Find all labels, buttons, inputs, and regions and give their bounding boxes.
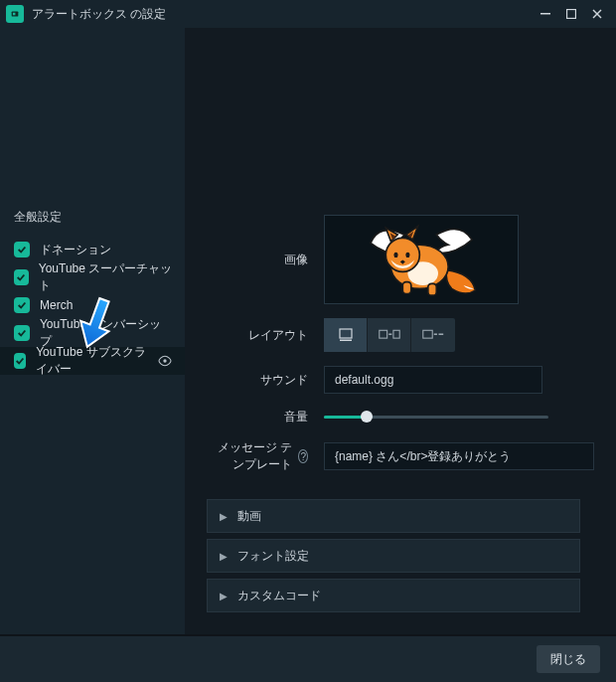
accordion-font[interactable]: ▶ フォント設定 bbox=[207, 539, 580, 573]
svg-rect-18 bbox=[392, 330, 398, 338]
message-template-input[interactable] bbox=[324, 442, 594, 470]
close-button[interactable] bbox=[584, 2, 610, 26]
template-label: メッセージ テンプレート bbox=[207, 439, 292, 473]
layout-option-right[interactable] bbox=[411, 318, 455, 352]
layout-selector bbox=[324, 318, 455, 352]
svg-rect-19 bbox=[423, 330, 432, 338]
layout-label: レイアウト bbox=[207, 327, 324, 344]
dialog-footer: 閉じる bbox=[0, 636, 616, 682]
sidebar-item-merch[interactable]: Merch bbox=[0, 291, 185, 319]
sidebar-item-label: YouTube サブスクライバー bbox=[36, 344, 147, 378]
sidebar-item-label: YouTube スーパーチャット bbox=[39, 260, 173, 294]
layout-option-side[interactable] bbox=[368, 318, 411, 352]
checkbox-icon[interactable] bbox=[14, 325, 30, 341]
image-label: 画像 bbox=[207, 252, 324, 268]
svg-point-6 bbox=[163, 359, 166, 362]
accordion-custom-code[interactable]: ▶ カスタムコード bbox=[207, 579, 580, 612]
sidebar-item-label: Merch bbox=[40, 298, 73, 312]
chevron-right-icon: ▶ bbox=[220, 591, 228, 601]
layout-option-top[interactable] bbox=[324, 318, 368, 352]
sidebar: 全般設定 ドネーション YouTube スーパーチャット Merch YouTu… bbox=[0, 28, 185, 634]
close-dialog-button[interactable]: 閉じる bbox=[537, 645, 600, 673]
svg-point-12 bbox=[393, 252, 397, 256]
help-icon[interactable]: ? bbox=[298, 449, 308, 463]
accordion-video[interactable]: ▶ 動画 bbox=[207, 499, 580, 533]
sidebar-item-donation[interactable]: ドネーション bbox=[0, 236, 185, 263]
svg-rect-20 bbox=[434, 333, 437, 335]
minimize-button[interactable] bbox=[533, 2, 558, 26]
window-title: アラートボックス の設定 bbox=[32, 6, 533, 23]
svg-rect-9 bbox=[402, 281, 411, 293]
app-icon bbox=[6, 5, 24, 23]
svg-rect-10 bbox=[428, 283, 437, 295]
checkbox-icon[interactable] bbox=[14, 353, 26, 369]
alert-image-well[interactable] bbox=[324, 215, 519, 304]
sidebar-item-youtube-subscriber[interactable]: YouTube サブスクライバー bbox=[0, 347, 185, 375]
svg-rect-17 bbox=[388, 333, 391, 335]
title-bar: アラートボックス の設定 bbox=[0, 0, 616, 28]
sidebar-heading: 全般設定 bbox=[0, 199, 185, 236]
svg-rect-1 bbox=[13, 13, 15, 16]
accordion-label: フォント設定 bbox=[237, 548, 309, 565]
checkbox-icon[interactable] bbox=[14, 242, 30, 257]
sidebar-item-youtube-superchat[interactable]: YouTube スーパーチャット bbox=[0, 263, 185, 291]
accordion-label: 動画 bbox=[237, 508, 261, 525]
checkbox-icon[interactable] bbox=[14, 297, 30, 313]
sound-value: default.ogg bbox=[335, 373, 393, 387]
checkbox-icon[interactable] bbox=[14, 269, 29, 285]
sound-field[interactable]: default.ogg bbox=[324, 366, 542, 394]
volume-label: 音量 bbox=[207, 409, 324, 426]
svg-rect-16 bbox=[379, 330, 386, 338]
maximize-button[interactable] bbox=[558, 2, 584, 26]
content-pane: 画像 bbox=[185, 28, 616, 634]
svg-rect-3 bbox=[567, 10, 576, 19]
alert-image-preview bbox=[354, 218, 489, 302]
volume-slider[interactable] bbox=[324, 408, 548, 426]
svg-point-13 bbox=[405, 252, 409, 256]
svg-rect-21 bbox=[439, 333, 444, 335]
svg-rect-14 bbox=[340, 329, 352, 338]
chevron-right-icon: ▶ bbox=[220, 511, 228, 522]
sidebar-item-youtube-membership[interactable]: YouTube メンバーシップ bbox=[0, 319, 185, 347]
eye-icon[interactable] bbox=[157, 353, 173, 369]
sound-label: サウンド bbox=[207, 372, 324, 389]
chevron-right-icon: ▶ bbox=[220, 551, 228, 562]
svg-rect-15 bbox=[340, 340, 352, 342]
svg-rect-2 bbox=[540, 13, 550, 15]
sidebar-item-label: ドネーション bbox=[40, 242, 111, 258]
accordion-label: カスタムコード bbox=[237, 588, 321, 604]
